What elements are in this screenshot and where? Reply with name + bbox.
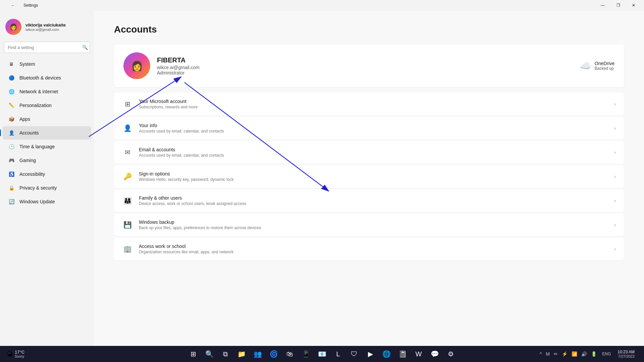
onenote-button[interactable]: 📓 [395,347,410,361]
onedrive-section[interactable]: ☁️ OneDrive Backed up [580,60,614,71]
store-button[interactable]: 🛍 [282,347,297,361]
taskbar: 🌤 17°C Sunny ⊞🔍⧉📁👥🌀🛍📱📧L🛡▶🌐📓W💬⚙ ^ M ✏ ⚡ 📶… [0,346,644,362]
settings-taskbar-button[interactable]: ⚙ [443,347,458,361]
chevron-icon-family-users: › [614,198,616,203]
sidebar-item-accessibility[interactable]: ♿ Accessibility [3,167,91,181]
nav-icon-system: 🖥 [8,61,15,67]
lexware-button[interactable]: L [331,347,345,361]
settings-text-sign-in-options: Sign-in options Windows Hello, security … [139,171,608,182]
tray-pen-icon[interactable]: ✏ [552,350,559,358]
tray-speaker-icon[interactable]: 🔊 [580,350,588,358]
nav-icon-apps: 📦 [8,116,15,122]
tray-app1-icon[interactable]: M [545,350,551,358]
slack-button[interactable]: 💬 [427,347,442,361]
tray-vpn-icon[interactable]: ⚡ [560,350,569,358]
tray-wifi-icon[interactable]: 📶 [570,350,579,358]
sidebar-item-system[interactable]: 🖥 System [3,57,91,71]
minimize-button[interactable]: — [595,0,610,11]
taskbar-icon-slack: 💬 [431,350,439,358]
taskbar-clock[interactable]: 10:23 AM 7/27/2022 [615,348,637,360]
settings-item-your-info[interactable]: 👤 Your info Accounts used by email, cale… [114,117,624,140]
sidebar-item-update[interactable]: 🔄 Windows Update [3,195,91,208]
sidebar-user[interactable]: 👩 viktorija valciukaite wikce.w@gmail.co… [0,15,94,42]
chevron-icon-email-accounts: › [614,150,616,155]
settings-title-sign-in-options: Sign-in options [139,171,608,176]
file-explorer-button[interactable]: 📁 [234,347,249,361]
start-button[interactable]: ⊞ [186,347,201,361]
word-button[interactable]: W [411,347,426,361]
maximize-button[interactable]: ❐ [610,0,626,11]
mail-button[interactable]: 📧 [315,347,329,361]
search-icon[interactable]: 🔍 [82,45,88,50]
settings-item-windows-backup[interactable]: 💾 Windows backup Back up your files, app… [114,213,624,236]
teams-button[interactable]: 👥 [250,347,265,361]
notification-corner[interactable] [640,347,641,361]
settings-item-family-users[interactable]: 👨‍👩‍👧 Family & other users Device access… [114,189,624,212]
edge-button[interactable]: 🌀 [266,347,281,361]
sidebar-item-gaming[interactable]: 🎮 Gaming [3,154,91,167]
sidebar-item-time[interactable]: 🕐 Time & language [3,140,91,153]
sidebar-item-personalization[interactable]: ✏️ Personalization [3,99,91,112]
clock-time: 10:23 AM [618,350,635,354]
nav-label-accessibility: Accessibility [19,171,45,177]
settings-icon-email-accounts: ✉ [122,147,133,158]
sidebar-item-apps[interactable]: 📦 Apps [3,112,91,126]
settings-item-email-accounts[interactable]: ✉ Email & accounts Accounts used by emai… [114,141,624,164]
profile-card[interactable]: 👩 FIBERTA wikce.w@gmail.com Administrato… [114,44,624,87]
settings-text-family-users: Family & other users Device access, work… [139,195,608,206]
profile-email: wikce.w@gmail.com [157,65,200,70]
chevron-icon-sign-in-options: › [614,174,616,179]
nav-label-bluetooth: Bluetooth & devices [19,75,61,81]
profile-name: FIBERTA [157,56,200,64]
settings-item-access-work[interactable]: 🏢 Access work or school Organization res… [114,238,624,260]
settings-title-email-accounts: Email & accounts [139,147,608,152]
settings-desc-access-work: Organization resources like email, apps,… [139,250,608,254]
clock-date: 7/27/2022 [618,354,635,358]
search-button[interactable]: 🔍 [202,347,217,361]
media-button[interactable]: ▶ [363,347,378,361]
tray-chevron-icon[interactable]: ^ [538,350,543,358]
task-view-button[interactable]: ⧉ [218,347,233,361]
nav-label-apps: Apps [19,116,30,122]
settings-icon-microsoft-account: ⊞ [122,99,133,109]
tray-battery-icon[interactable]: 🔋 [590,350,598,358]
taskbar-icon-mail: 📧 [318,350,326,358]
profile-info: FIBERTA wikce.w@gmail.com Administrator [157,56,200,75]
close-button[interactable]: ✕ [626,0,641,11]
chrome-button[interactable]: 🌐 [379,347,394,361]
taskbar-icon-lexware: L [336,350,340,358]
onedrive-text: OneDrive Backed up [595,61,614,71]
sidebar-item-accounts[interactable]: 👤 Accounts [3,126,91,140]
tray-lang[interactable]: ENG [601,350,612,358]
onedrive-icon: ☁️ [580,60,591,71]
settings-item-microsoft-account[interactable]: ⊞ Your Microsoft account Subscriptions, … [114,93,624,115]
sidebar-item-network[interactable]: 🌐 Network & internet [3,85,91,98]
sidebar-item-bluetooth[interactable]: 🔵 Bluetooth & devices [3,71,91,85]
antivirus-button[interactable]: 🛡 [347,347,362,361]
back-button[interactable]: ← [5,0,21,11]
search-box[interactable]: 🔍 [4,42,90,53]
weather-icon: 🌤 [6,350,13,358]
settings-desc-family-users: Device access, work or school users, kio… [139,201,608,206]
settings-icon-sign-in-options: 🔑 [122,171,133,182]
search-input[interactable] [4,42,90,53]
settings-icon-windows-backup: 💾 [122,219,133,230]
settings-title-access-work: Access work or school [139,244,608,249]
sidebar-username: viktorija valciukaite [25,22,66,28]
taskbar-icon-onenote: 📓 [398,350,407,358]
settings-icon-family-users: 👨‍👩‍👧 [122,195,133,206]
nav-icon-update: 🔄 [8,198,15,205]
title-bar-title: Settings [23,3,38,8]
taskbar-icon-settings-app: ⚙ [448,350,454,358]
taskbar-right: ^ M ✏ ⚡ 📶 🔊 🔋 ENG 10:23 AM 7/27/2022 [538,347,641,361]
taskbar-weather[interactable]: 🌤 17°C Sunny [3,348,28,360]
apps-button[interactable]: 📱 [299,347,313,361]
sidebar-item-privacy[interactable]: 🔒 Privacy & security [3,181,91,195]
page-title: Accounts [114,24,624,35]
settings-item-sign-in-options[interactable]: 🔑 Sign-in options Windows Hello, securit… [114,165,624,188]
taskbar-icon-media: ▶ [368,350,373,358]
settings-title-your-info: Your info [139,123,608,128]
chevron-icon-windows-backup: › [614,222,616,227]
taskbar-icon-edge: 🌀 [270,350,278,358]
chevron-icon-your-info: › [614,125,616,131]
